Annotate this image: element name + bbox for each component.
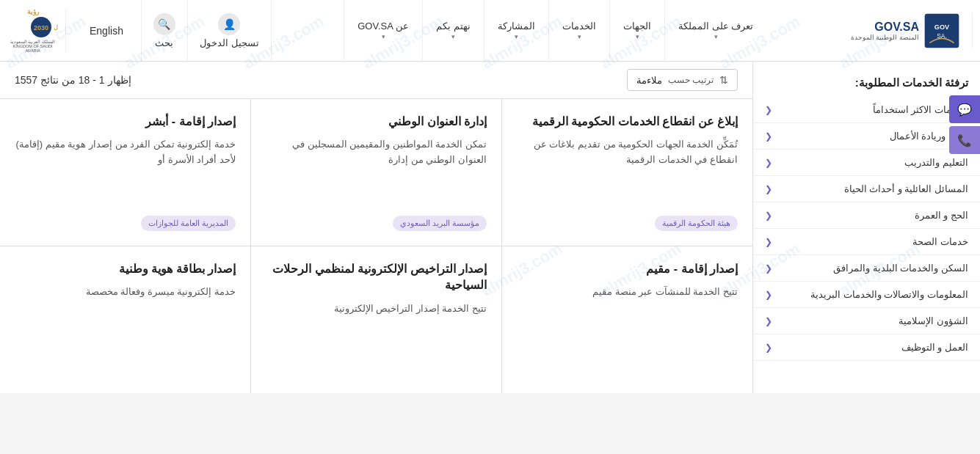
vision-emblem: 2030: [29, 15, 53, 39]
cards-grid: إبلاغ عن انقطاع الخدمات الحكومية الرقمية…: [0, 99, 752, 393]
sidebar-item-business[interactable]: إدارة وريادة الأعمال ❮: [753, 123, 980, 150]
language-button[interactable]: English: [72, 0, 142, 62]
phone-icon: 📞: [957, 133, 972, 147]
sidebar: ترفئة الخدمات المطلوبة: الخدمات الاكثر ا…: [752, 62, 980, 393]
card-tag: هيئة الحكومة الرقمية: [655, 216, 738, 231]
results-info: إظهار 1 - 18 من نتائج 1557: [15, 74, 131, 86]
nav-item-about[interactable]: عن GOV.SA ▾: [344, 0, 422, 62]
sidebar-item-most-used[interactable]: الخدمات الاكثر استخداماً ❮: [753, 97, 980, 123]
chevron-icon: ❮: [765, 290, 772, 300]
chevron-icon: ❮: [765, 105, 772, 115]
sidebar-item-education[interactable]: التعليم والتدريب ❮: [753, 150, 980, 176]
chevron-icon: ❮: [765, 210, 772, 221]
sidebar-item-hajj[interactable]: الحج و العمرة ❮: [753, 202, 980, 229]
chat-icon: 💬: [957, 103, 972, 117]
card-description: تتيح الخدمة للمنشآت عبر منصة مقيم: [517, 285, 738, 378]
sidebar-item-health[interactable]: خدمات الصحة ❮: [753, 229, 980, 255]
service-card-3[interactable]: إصدار إقامة - مقيم تتيح الخدمة للمنشآت ع…: [502, 246, 752, 393]
search-icon: 🔍: [153, 13, 175, 35]
chevron-down-icon: ▾: [451, 33, 455, 40]
search-button[interactable]: 🔍 بحث: [142, 0, 188, 62]
main-content: ترفئة الخدمات المطلوبة: الخدمات الاكثر ا…: [0, 62, 980, 393]
service-card-4[interactable]: إصدار التراخيص الإلكترونية لمنظمي الرحلا…: [251, 246, 501, 393]
govsa-text: GOV.SA: [851, 21, 919, 34]
chat-float-button[interactable]: 💬: [949, 95, 980, 123]
sidebar-item-employment[interactable]: العمل و التوظيف ❮: [753, 334, 980, 361]
card-description: تمكن الخدمة المواطنين والمقيمين المسجلين…: [266, 137, 487, 208]
card-title: إصدار إقامة - أبشر: [15, 114, 236, 130]
card-description: خدمة إلكترونية ميسرة وفعالة مخصصة: [15, 285, 236, 378]
phone-float-button[interactable]: 📞: [949, 126, 980, 154]
govsa-sub: المنصة الوطنية الموحدة: [851, 34, 919, 41]
card-tag: المديرية العامة للجوازات: [141, 216, 236, 231]
sidebar-title: ترفئة الخدمات المطلوبة:: [753, 69, 980, 97]
sidebar-item-family[interactable]: المسائل العائلية و أحداث الحياة ❮: [753, 176, 980, 202]
user-icon: 👤: [218, 13, 240, 35]
content-area: ⇅ ترتيب حسب ملاءمة إظهار 1 - 18 من نتائج…: [0, 62, 752, 393]
chevron-icon: ❮: [765, 237, 772, 247]
govsa-logo: GOV .SA GOV.SA المنصة الوطنية الموحدة: [839, 12, 973, 49]
card-title: إدارة العنوان الوطني: [266, 114, 487, 130]
card-title: إصدار التراخيص الإلكترونية لمنظمي الرحلا…: [266, 261, 487, 294]
site-header: GOV .SA GOV.SA المنصة الوطنية الموحدة تع…: [0, 0, 980, 62]
service-card-2[interactable]: إصدار إقامة - أبشر خدمة إلكترونية تمكن ا…: [0, 99, 250, 246]
svg-text:2030: 2030: [34, 24, 48, 32]
card-tag: مؤسسة البريد السعودي: [393, 216, 487, 231]
chevron-icon: ❮: [765, 158, 772, 168]
vision-logo: رؤية ل 2030 المملكة العربية السعودية KIN…: [7, 9, 66, 53]
nav-item-services[interactable]: الخدمات ▾: [548, 0, 609, 62]
vision-label: رؤية: [7, 8, 58, 15]
svg-text:GOV: GOV: [934, 23, 950, 31]
content-topbar: ⇅ ترتيب حسب ملاءمة إظهار 1 - 18 من نتائج…: [0, 62, 752, 99]
card-description: خدمة إلكترونية تمكن الفرد من إصدار هوية …: [15, 137, 236, 208]
main-nav: تعرف على المملكة ▾ الجهات ▾ الخدمات ▾ ال…: [272, 0, 839, 62]
chevron-down-icon: ▾: [382, 33, 385, 40]
card-title: إصدار إقامة - مقيم: [517, 261, 738, 277]
sidebar-item-telecom[interactable]: المعلومات والاتصالات والخدمات البريدية ❮: [753, 282, 980, 308]
login-button[interactable]: 👤 تسجيل الدخول: [188, 0, 272, 62]
service-card-0[interactable]: إبلاغ عن انقطاع الخدمات الحكومية الرقمية…: [502, 99, 752, 246]
govsa-icon: GOV .SA: [923, 12, 960, 49]
chevron-down-icon: ▾: [636, 33, 639, 40]
nav-item-participation[interactable]: المشاركة ▾: [484, 0, 548, 62]
chevron-down-icon: ▾: [578, 33, 581, 40]
chevron-icon: ❮: [765, 131, 772, 142]
nav-item-care[interactable]: نهتم بكم ▾: [422, 0, 484, 62]
card-description: تُمَكِّن الخدمة الجهات الحكومية من تقديم…: [517, 137, 738, 208]
card-title: إبلاغ عن انقطاع الخدمات الحكومية الرقمية: [517, 114, 738, 130]
sort-icon: ⇅: [719, 74, 728, 86]
chevron-icon: ❮: [765, 316, 772, 326]
nav-item-kingdom[interactable]: تعرف على المملكة ▾: [664, 0, 766, 62]
chevron-icon: ❮: [765, 263, 772, 274]
chevron-icon: ❮: [765, 343, 772, 353]
service-card-1[interactable]: إدارة العنوان الوطني تمكن الخدمة المواطن…: [251, 99, 501, 246]
header-actions: 👤 تسجيل الدخول 🔍 بحث English: [72, 0, 272, 62]
sort-control[interactable]: ⇅ ترتيب حسب ملاءمة: [627, 69, 738, 91]
sidebar-item-housing[interactable]: السكن والخدمات البلدية والمرافق ❮: [753, 255, 980, 282]
chevron-down-icon: ▾: [714, 33, 718, 40]
chevron-down-icon: ▾: [515, 33, 518, 40]
card-title: إصدار بطاقة هوية وطنية: [15, 261, 236, 277]
chevron-icon: ❮: [765, 184, 772, 194]
service-card-5[interactable]: إصدار بطاقة هوية وطنية خدمة إلكترونية مي…: [0, 246, 250, 393]
card-description: تتيح الخدمة إصدار التراخيص الإلكترونية: [266, 301, 487, 378]
sidebar-item-islamic[interactable]: الشؤون الإسلامية ❮: [753, 308, 980, 334]
nav-item-entities[interactable]: الجهات ▾: [609, 0, 664, 62]
